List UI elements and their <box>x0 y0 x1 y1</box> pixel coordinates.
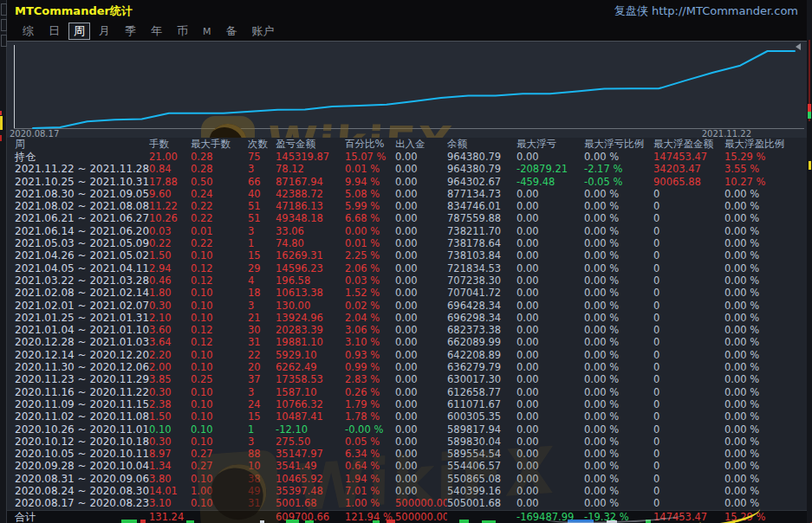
menu-item-币[interactable]: 币 <box>171 23 194 39</box>
table-row[interactable]: 2020.11.30 ~ 2020.12.062.000.10206262.49… <box>6 361 807 373</box>
table-row[interactable]: 2020.09.28 ~ 2020.10.041.340.27103541.49… <box>6 460 807 472</box>
cell: 1.52 % <box>345 287 395 299</box>
cell: 0.00 <box>395 163 447 175</box>
scroll-arrow-icon[interactable] <box>796 43 801 50</box>
column-header[interactable]: 次数 <box>248 138 276 151</box>
row-label: 2020.11.30 ~ 2020.12.06 <box>6 361 149 373</box>
row-label: 2021.02.01 ~ 2021.02.07 <box>6 300 149 312</box>
table-row[interactable]: 2021.06.14 ~ 2021.06.200.030.01333.060.0… <box>6 225 807 237</box>
column-header[interactable]: 最大浮盈比例 <box>724 138 804 151</box>
table-row[interactable]: 2021.08.02 ~ 2021.08.0811.220.225147186.… <box>6 200 807 212</box>
cell: 589817.94 <box>447 423 516 436</box>
cell: 0 <box>653 386 724 398</box>
table-header-row: 周手数最大手数次数盈亏金额百分比%出入金余额最大浮亏最大浮亏比例最大浮盈金额最大… <box>6 138 807 151</box>
cell: 0.28 <box>191 163 248 175</box>
cell: 0.10 <box>191 249 248 262</box>
cell: 0.00 <box>516 237 584 249</box>
cell: 0.00 <box>516 361 584 373</box>
cell: 0.00 % <box>724 212 804 224</box>
table-row[interactable]: 2021.05.03 ~ 2021.05.090.220.22174.800.0… <box>6 237 807 249</box>
table-row[interactable]: 2020.10.26 ~ 2020.11.010.100.101-12.10-0… <box>6 423 807 436</box>
cell: 6.34 % <box>345 448 395 460</box>
cell: 0.00 % <box>584 249 653 262</box>
cell: 0.00 % <box>724 349 804 361</box>
cell: 51 <box>248 200 276 212</box>
menu-item-日[interactable]: 日 <box>42 23 66 39</box>
cell: 0.00 % <box>724 448 804 460</box>
column-header[interactable]: 最大手数 <box>191 138 248 151</box>
cell: 0.01 % <box>345 163 395 175</box>
cell: 75 <box>248 151 276 163</box>
cell: 31 <box>248 336 276 348</box>
cell: 0.00 % <box>584 225 653 237</box>
equity-curve-chart[interactable] <box>6 42 807 139</box>
cell: 0 <box>653 287 724 299</box>
table-row[interactable]: 2021.03.22 ~ 2021.03.280.460.124196.580.… <box>6 274 807 287</box>
column-header[interactable]: 盈亏金额 <box>276 138 345 151</box>
table-row[interactable]: 2020.10.05 ~ 2020.10.118.970.278835147.9… <box>6 448 807 460</box>
table-row[interactable]: 持仓21.000.2875145319.8715.07 %0.00964380.… <box>6 151 807 163</box>
column-header[interactable]: 余额 <box>447 138 516 151</box>
table-row[interactable]: 2020.08.17 ~ 2020.08.233.100.10315001.68… <box>6 497 807 509</box>
cell: 42388.72 <box>276 188 345 200</box>
table-row[interactable]: 2020.11.16 ~ 2020.11.220.300.1031587.100… <box>6 386 807 398</box>
table-row[interactable]: 2021.11.22 ~ 2021.11.280.840.28378.120.0… <box>6 163 807 175</box>
cell: -12.10 <box>276 423 345 436</box>
column-header[interactable]: 最大浮盈金额 <box>653 138 724 151</box>
cell: 0.00 % <box>724 324 804 336</box>
cell: 0.00 % <box>724 386 804 398</box>
cell: 696298.34 <box>447 312 516 324</box>
cell: 0.00 % <box>584 410 653 423</box>
cell: 0.02 % <box>345 300 395 312</box>
column-header[interactable]: 最大浮亏比例 <box>584 138 653 151</box>
cell: 35397.48 <box>276 485 345 497</box>
cell: 0.00 <box>516 460 584 472</box>
table-row[interactable]: 2021.02.01 ~ 2021.02.070.300.103130.000.… <box>6 300 807 312</box>
cell: 0.05 % <box>345 436 395 448</box>
cell: 1.00 <box>191 485 248 497</box>
table-row[interactable]: 2021.10.25 ~ 2021.10.3117.880.506687167.… <box>6 176 807 188</box>
menu-item-周[interactable]: 周 <box>68 23 90 40</box>
cell: 0 <box>653 398 724 410</box>
table-row[interactable]: 2021.02.08 ~ 2021.02.141.800.101810613.3… <box>6 287 807 299</box>
cell: 0.27 <box>191 460 248 472</box>
table-row[interactable]: 2021.06.21 ~ 2021.06.2710.260.225149348.… <box>6 212 807 224</box>
menu-item-年[interactable]: 年 <box>145 23 168 39</box>
table-row[interactable]: 2020.11.02 ~ 2020.11.081.500.101510487.4… <box>6 410 807 423</box>
table-row[interactable]: 2020.11.23 ~ 2020.11.293.850.253717358.5… <box>6 373 807 385</box>
table-row[interactable]: 2020.08.31 ~ 2020.09.063.800.103810465.9… <box>6 473 807 485</box>
brand-link[interactable]: 复盘侠 http://MTCommander.com <box>614 3 798 19</box>
table-row[interactable]: 2020.12.28 ~ 2021.01.033.640.123119881.1… <box>6 336 807 348</box>
column-header[interactable]: 手数 <box>149 138 191 151</box>
cell: 0.10 <box>191 423 248 436</box>
table-row[interactable]: 2020.08.24 ~ 2020.08.3014.011.004935397.… <box>6 485 807 497</box>
column-header[interactable]: 周 <box>6 138 149 151</box>
table-row[interactable]: 2020.10.12 ~ 2020.10.180.300.103275.500.… <box>6 436 807 448</box>
cell: 37 <box>248 373 276 385</box>
cell: 51 <box>248 212 276 224</box>
table-row[interactable]: 2021.04.05 ~ 2021.04.112.940.122914596.2… <box>6 262 807 274</box>
menu-item-季[interactable]: 季 <box>119 23 142 39</box>
cell: 2.20 <box>149 349 191 361</box>
table-row[interactable]: 2021.01.04 ~ 2021.01.103.600.123020283.3… <box>6 324 807 336</box>
table-row[interactable]: 2020.11.09 ~ 2020.11.152.380.102410766.3… <box>6 398 807 410</box>
menu-item-综[interactable]: 综 <box>16 23 40 39</box>
table-row[interactable]: 2021.08.30 ~ 2021.09.059.600.244042388.7… <box>6 188 807 200</box>
menu-item-备[interactable]: 备 <box>220 23 244 39</box>
cell: 18 <box>248 287 276 299</box>
menu-item-M[interactable]: M <box>197 26 218 37</box>
cell: 600305.35 <box>447 410 516 423</box>
cell: 0.00 % <box>724 423 804 436</box>
table-row[interactable]: 2021.04.26 ~ 2021.05.021.500.101516269.3… <box>6 249 807 262</box>
table-row[interactable]: 2021.01.25 ~ 2021.01.312.100.102113924.9… <box>6 312 807 324</box>
column-header[interactable]: 出入金 <box>395 138 447 151</box>
menu-item-账户[interactable]: 账户 <box>246 23 281 39</box>
menu-item-月[interactable]: 月 <box>93 23 116 39</box>
cell: 0.00 % <box>724 361 804 373</box>
cell: 0.00 <box>395 349 447 361</box>
column-header[interactable]: 最大浮亏 <box>516 138 584 151</box>
cell: -2.17 % <box>584 163 653 175</box>
cell: 5.99 % <box>345 200 395 212</box>
column-header[interactable]: 百分比% <box>345 138 395 151</box>
table-row[interactable]: 2020.12.14 ~ 2020.12.202.200.10225929.10… <box>6 349 807 361</box>
